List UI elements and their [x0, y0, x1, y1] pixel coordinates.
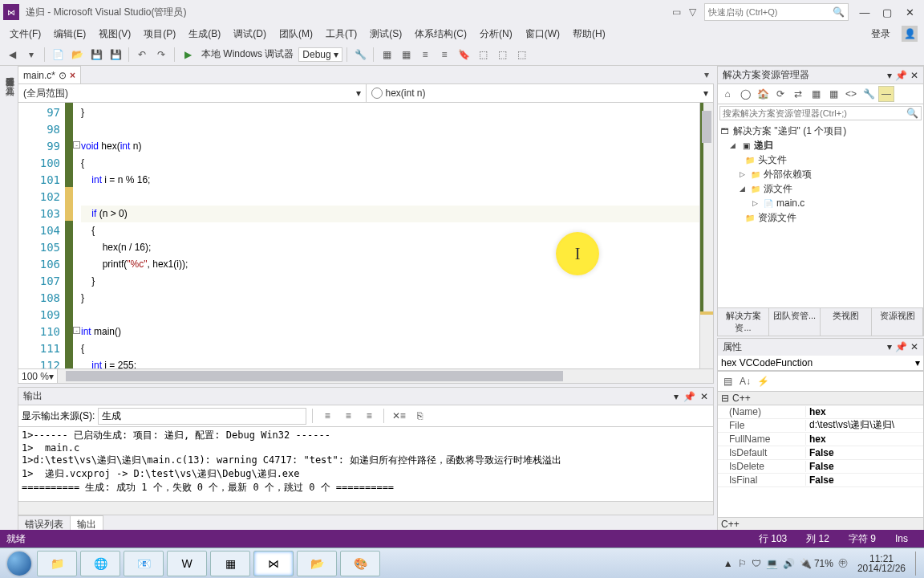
- tb-btn-6[interactable]: 🔖: [455, 46, 472, 63]
- solution-search[interactable]: 🔍: [719, 106, 922, 120]
- scope-right[interactable]: hex(int n)▾: [367, 84, 714, 102]
- output-source-select[interactable]: 生成: [98, 408, 306, 425]
- close-button[interactable]: ✕: [898, 3, 921, 21]
- tab-error-list[interactable]: 错误列表: [18, 515, 71, 531]
- tray-ime-icon[interactable]: ㊥: [838, 556, 848, 570]
- output-tb-4[interactable]: ✕≡: [390, 407, 407, 425]
- props-events-icon[interactable]: ⚡: [755, 373, 771, 389]
- output-pin-icon[interactable]: 📌: [683, 391, 695, 402]
- task-ie[interactable]: 🌐: [80, 551, 120, 576]
- flag-icon[interactable]: ▽: [689, 6, 696, 18]
- minimize-button[interactable]: —: [853, 3, 876, 21]
- menu-edit[interactable]: 编辑(E): [47, 24, 92, 43]
- chevron-down-icon[interactable]: ◢: [740, 185, 748, 193]
- code-editor[interactable]: 9798991001011021031041051061071081091101…: [18, 103, 714, 369]
- start-debug-button[interactable]: ▶: [179, 46, 197, 63]
- menu-view[interactable]: 视图(V): [92, 24, 137, 43]
- panel-pin-icon[interactable]: 📌: [895, 341, 907, 352]
- file-tab-main[interactable]: main.c* ⊙ ×: [18, 66, 81, 83]
- sln-tb-props[interactable]: <>: [843, 86, 859, 102]
- login-link[interactable]: 登录: [863, 27, 898, 41]
- save-button[interactable]: 💾: [87, 46, 105, 63]
- output-close-icon[interactable]: ✕: [700, 391, 708, 402]
- tb-btn-8[interactable]: ⬚: [493, 46, 511, 63]
- panel-dropdown-icon[interactable]: ▾: [887, 341, 892, 352]
- menu-file[interactable]: 文件(F): [3, 24, 47, 43]
- pin-icon[interactable]: ⊙: [59, 70, 67, 81]
- horizontal-scrollbar[interactable]: [58, 369, 713, 383]
- task-vs[interactable]: ⋈: [253, 551, 294, 576]
- sln-tb-back[interactable]: ◯: [737, 86, 753, 102]
- solution-search-input[interactable]: [723, 108, 906, 118]
- user-icon[interactable]: 👤: [902, 26, 918, 42]
- chevron-right-icon[interactable]: ▷: [752, 199, 760, 207]
- task-excel[interactable]: ▦: [210, 551, 250, 576]
- prop-group-header[interactable]: ⊟C++: [718, 392, 923, 405]
- output-hscroll[interactable]: [18, 501, 713, 515]
- bpt-solution[interactable]: 解决方案资...: [718, 308, 769, 336]
- output-tb-1[interactable]: ≡: [318, 407, 336, 425]
- tree-headers[interactable]: 📁头文件: [719, 153, 922, 167]
- chevron-down-icon[interactable]: ◢: [730, 141, 738, 149]
- redo-button[interactable]: ↷: [152, 46, 170, 63]
- bpt-team[interactable]: 团队资管...: [769, 308, 821, 336]
- output-tb-2[interactable]: ≡: [339, 407, 357, 425]
- task-explorer[interactable]: 📁: [37, 551, 77, 576]
- panel-close-icon[interactable]: ✕: [910, 341, 918, 352]
- menu-window[interactable]: 窗口(W): [519, 24, 566, 43]
- tray-up-icon[interactable]: ▲: [723, 558, 733, 569]
- tb-btn-3[interactable]: ▦: [397, 46, 415, 63]
- collapse-icon[interactable]: -: [73, 327, 80, 334]
- collapse-icon[interactable]: -: [73, 141, 80, 149]
- menu-test[interactable]: 测试(S): [363, 24, 408, 43]
- tb-btn-1[interactable]: 🔧: [351, 46, 369, 63]
- props-cat-icon[interactable]: ▤: [719, 373, 736, 389]
- left-tab-toolbox[interactable]: 工具箱: [0, 75, 18, 85]
- tree-project[interactable]: ◢▣递归: [719, 138, 922, 153]
- scroll-thumb[interactable]: [702, 111, 711, 143]
- zoom-select[interactable]: 100 % ▾: [18, 369, 58, 383]
- debug-target-label[interactable]: 本地 Windows 调试器: [198, 47, 297, 61]
- props-az-icon[interactable]: A↓: [737, 373, 753, 389]
- search-icon[interactable]: 🔍: [906, 108, 918, 119]
- panel-dropdown-icon[interactable]: ▾: [887, 70, 892, 81]
- save-all-button[interactable]: 💾: [107, 46, 124, 63]
- sln-tb-refresh[interactable]: ⟳: [772, 86, 788, 102]
- tree-external[interactable]: ▷📁外部依赖项: [719, 167, 922, 181]
- panel-pin-icon[interactable]: 📌: [895, 70, 907, 81]
- tree-source[interactable]: ◢📁源文件: [719, 181, 922, 196]
- feedback-icon[interactable]: ▭: [672, 6, 681, 18]
- menu-build[interactable]: 生成(B): [182, 24, 227, 43]
- tray-clock[interactable]: 11:212014/12/26: [853, 554, 910, 573]
- file-tabs-dropdown[interactable]: ▾: [699, 66, 714, 83]
- tray-shield-icon[interactable]: 🛡: [752, 558, 761, 569]
- tray-network-icon[interactable]: 💻: [766, 558, 778, 569]
- new-project-button[interactable]: 📄: [49, 46, 67, 63]
- sln-tb-showall[interactable]: ▦: [808, 86, 824, 102]
- nav-back-button[interactable]: ◀: [3, 46, 21, 63]
- sln-tb-collapse[interactable]: ▦: [825, 86, 841, 102]
- sln-tb-preview[interactable]: 🔧: [861, 86, 877, 102]
- output-dropdown-icon[interactable]: ▾: [674, 391, 679, 402]
- output-text[interactable]: 1>------ 已启动生成: 项目: 递归, 配置: Debug Win32 …: [18, 427, 713, 501]
- config-select[interactable]: Debug ▾: [298, 47, 342, 62]
- menu-project[interactable]: 项目(P): [137, 24, 182, 43]
- tab-output[interactable]: 输出: [70, 515, 103, 531]
- task-outlook[interactable]: 📧: [124, 551, 164, 576]
- code-lines[interactable]: } void hex(int n) { int i = n % 16; if (…: [81, 103, 699, 368]
- menu-help[interactable]: 帮助(H): [566, 24, 612, 43]
- search-icon[interactable]: 🔍: [833, 6, 845, 18]
- quick-launch-input[interactable]: [708, 7, 833, 17]
- task-paint[interactable]: 🎨: [340, 551, 380, 576]
- menu-debug[interactable]: 调试(D): [227, 24, 273, 43]
- tree-main-c[interactable]: ▷📄main.c: [719, 196, 922, 210]
- vertical-scrollbar[interactable]: [699, 103, 713, 368]
- menu-tools[interactable]: 工具(T): [319, 24, 363, 43]
- chevron-right-icon[interactable]: ▷: [740, 170, 748, 178]
- open-button[interactable]: 📂: [68, 46, 86, 63]
- menu-analyze[interactable]: 分析(N): [473, 24, 519, 43]
- outline-margin[interactable]: --: [73, 103, 81, 368]
- task-word[interactable]: W: [167, 551, 207, 576]
- quick-launch[interactable]: 🔍: [704, 3, 849, 21]
- hscroll-thumb[interactable]: [66, 371, 563, 381]
